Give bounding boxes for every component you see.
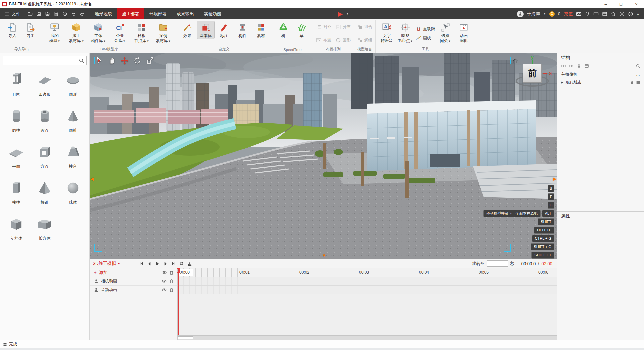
user-avatar[interactable] — [517, 11, 524, 17]
minimize-button[interactable]: – — [598, 0, 613, 8]
eye-icon[interactable] — [162, 287, 167, 292]
collapse-ribbon-icon[interactable]: ▲ — [637, 12, 639, 15]
distribute-button[interactable]: 分布 — [335, 21, 351, 33]
draw-line-button[interactable]: 画线 — [416, 35, 435, 41]
undo-icon[interactable] — [71, 11, 76, 16]
group-button[interactable]: 组合 — [357, 21, 372, 33]
rotate-tool-icon[interactable] — [133, 56, 142, 65]
tree-item-modern-city[interactable]: ▶ 现代城市 — [557, 78, 644, 86]
annotate-button[interactable]: 标注 — [215, 21, 233, 39]
tab-output[interactable]: 成果输出 — [172, 8, 199, 19]
simulation-mode-dropdown[interactable]: 3D施工模拟 ▼ — [93, 260, 120, 267]
timeline-lanes[interactable]: 00:00 00:01 00:02 00:03 00:04 00:05 00:0… — [178, 268, 557, 340]
help-icon[interactable] — [628, 11, 633, 17]
component-button[interactable]: 构件 — [234, 21, 251, 39]
construction-material-library-button[interactable]: 施工 素材库▼ — [66, 21, 87, 44]
mail-icon[interactable] — [576, 11, 581, 17]
navcube-front-face[interactable]: 前 — [523, 64, 542, 83]
home-view-icon[interactable] — [512, 58, 518, 64]
document-icon[interactable] — [54, 11, 59, 16]
shape-item-cone[interactable]: 圆锥 — [59, 107, 87, 133]
play-options-chevron-icon[interactable]: ▼ — [346, 12, 349, 15]
file-menu-button[interactable]: 文件 — [0, 11, 24, 17]
shape-item-cube[interactable]: 立方体 — [2, 215, 30, 241]
track-row-camera[interactable]: 相机动画 — [90, 277, 177, 286]
save-as-icon[interactable] — [45, 11, 50, 16]
skip-end-icon[interactable] — [171, 261, 176, 266]
eye-icon[interactable] — [569, 64, 574, 68]
bell-icon[interactable] — [585, 11, 590, 17]
playhead-handle-icon[interactable] — [177, 268, 180, 273]
lock-icon[interactable] — [630, 80, 634, 85]
shape-item-hbeam[interactable]: H体 — [2, 71, 30, 97]
tab-experimental[interactable]: 实验功能 — [199, 8, 226, 19]
effect-button[interactable]: 效果 — [179, 21, 196, 39]
pan-hand-icon[interactable] — [108, 56, 116, 65]
gear-icon[interactable] — [619, 11, 625, 17]
3d-viewport[interactable]: ◀ ▶ ▼ y 前 x B F G — [90, 53, 557, 259]
tab-construction-deploy[interactable]: 施工部署 — [117, 8, 144, 19]
search-icon[interactable] — [79, 58, 84, 63]
scale-tool-icon[interactable] — [146, 56, 154, 65]
lane-camera[interactable] — [178, 277, 557, 286]
add-track-row[interactable]: + 添加 — [90, 268, 177, 277]
home-icon[interactable] — [611, 11, 616, 17]
redo-icon[interactable] — [80, 11, 85, 16]
lane-empty-area[interactable] — [178, 294, 557, 340]
shape-item-cuboid[interactable]: 长方体 — [30, 215, 59, 241]
circle-arrange-button[interactable]: 圆形 — [335, 34, 351, 46]
timeline-scrollbar[interactable] — [178, 335, 557, 340]
shape-item-cylinder[interactable]: 圆柱 — [2, 107, 30, 133]
user-menu-chevron-icon[interactable]: ▼ — [543, 12, 546, 15]
animation-edit-button[interactable]: 动画 编辑 — [455, 21, 472, 44]
shape-item-square-tube[interactable]: 方管 — [30, 143, 59, 169]
shape-item-plane[interactable]: 平面 — [2, 143, 30, 169]
tab-terrain[interactable]: 地形地貌 — [90, 8, 117, 19]
eye-icon[interactable] — [162, 279, 167, 284]
jump-to-input[interactable] — [487, 260, 508, 267]
trash-icon[interactable] — [169, 270, 174, 275]
list-icon[interactable] — [636, 80, 640, 85]
open-file-icon[interactable] — [28, 11, 33, 16]
monitor-icon[interactable] — [593, 11, 599, 17]
search-icon[interactable] — [636, 64, 640, 68]
save-icon[interactable] — [36, 11, 41, 16]
select-same-button[interactable]: 选择 同类▼ — [437, 21, 454, 44]
template-node-library-button[interactable]: 样板 节点库▼ — [131, 21, 152, 44]
playhead[interactable] — [178, 268, 179, 335]
shape-item-quad[interactable]: 四边形 — [30, 71, 59, 97]
more-options-icon[interactable]: … — [636, 72, 640, 77]
timeline-play-icon[interactable] — [155, 261, 160, 266]
export-button[interactable]: 导出 — [22, 21, 39, 39]
basic-solid-button[interactable]: 基本体 — [197, 21, 214, 39]
user-name[interactable]: 于海涛 — [527, 11, 540, 17]
shape-item-pyramid[interactable]: 棱锥 — [30, 179, 59, 205]
ungroup-button[interactable]: 解组 — [357, 34, 372, 46]
history-icon[interactable] — [62, 11, 67, 16]
grass-button[interactable]: 草 — [293, 21, 310, 39]
text-to-speech-button[interactable]: A 文字 转语音 — [378, 21, 395, 44]
track-row-audio[interactable]: 音频动画 — [90, 286, 177, 294]
close-button[interactable]: × — [629, 0, 644, 8]
view-navigation-cube[interactable]: y 前 x — [512, 55, 551, 93]
lane-audio[interactable] — [178, 286, 557, 294]
trash-icon[interactable] — [169, 287, 174, 292]
enterprise-ci-library-button[interactable]: CI 企业 CI库▼ — [110, 21, 130, 44]
keyframe-chart-icon[interactable] — [187, 261, 192, 266]
step-forward-icon[interactable] — [163, 261, 168, 266]
shape-item-sphere[interactable]: 球体 — [59, 179, 87, 205]
recharge-link[interactable]: 充值 — [564, 11, 573, 17]
move-tool-icon[interactable] — [120, 56, 129, 65]
layout-button[interactable]: 布置 — [316, 34, 331, 46]
skip-start-icon[interactable] — [139, 261, 144, 266]
panel-icon[interactable] — [584, 64, 589, 68]
adjust-center-button[interactable]: 调整 中心点▼ — [396, 21, 414, 44]
eye-icon[interactable] — [162, 270, 167, 275]
my-models-button[interactable]: 我的 模型▼ — [44, 21, 65, 44]
timeline-ruler[interactable]: 00:00 00:01 00:02 00:03 00:04 00:05 00:0… — [178, 268, 557, 277]
shape-item-pipe[interactable]: 圆管 — [30, 107, 59, 133]
shape-search-input[interactable] — [5, 58, 79, 63]
main-component-library-button[interactable]: 主体 构件库▼ — [88, 21, 109, 44]
case-material-library-button[interactable]: 案例 素材库▼ — [153, 21, 174, 44]
expand-caret-icon[interactable]: ▶ — [561, 81, 564, 84]
